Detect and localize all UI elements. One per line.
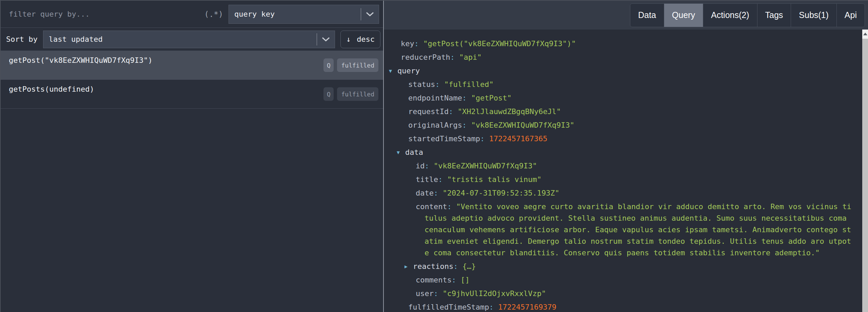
tree-colon: :	[489, 303, 493, 311]
tree-row-user: user: "c9jhvUlI2dOjxvRxxlVzp"	[384, 287, 852, 300]
tree-row-startedTimeStamp: startedTimeStamp: 1722457167365	[384, 132, 852, 146]
json-tree: key: "getPost("vk8EeZXWHIQuWD7fXq9I3")"r…	[384, 30, 862, 312]
tree-value: []	[460, 276, 470, 284]
query-badges: Qfulfilled	[323, 58, 378, 72]
tree-collapsed-summary: {…}	[462, 262, 476, 271]
tree-key: status	[408, 80, 435, 89]
detail-tab-group: DataQueryActions(2)TagsSubs(1)Api	[630, 3, 865, 27]
rtk-query-devtools: (.*) query key Sort by last updated ↓ de	[0, 0, 868, 312]
tree-colon: :	[414, 39, 419, 48]
tree-value: "2024-07-31T09:52:35.193Z"	[442, 189, 559, 197]
query-detail-view: key: "getPost("vk8EeZXWHIQuWD7fXq9I3")"r…	[384, 30, 868, 312]
tree-value: 1722457167365	[489, 134, 547, 143]
tree-key: originalArgs	[408, 121, 462, 129]
tree-key: key	[401, 39, 414, 48]
sort-by-label: Sort by	[6, 35, 38, 43]
tree-row-date: date: "2024-07-31T09:52:35.193Z"	[384, 186, 852, 200]
scroll-thumb[interactable]	[862, 39, 868, 312]
tree-key: user	[416, 289, 434, 298]
expand-arrow-icon[interactable]: ▶	[405, 260, 409, 273]
tree-row-originalArgs: originalArgs: "vk8EeZXWHIQuWD7fXq9I3"	[384, 118, 852, 132]
tree-colon: :	[462, 121, 467, 129]
tree-key: startedTimeStamp	[408, 134, 480, 143]
tree-colon: :	[435, 80, 439, 89]
tree-node-label: query	[397, 67, 420, 75]
sort-order-button[interactable]: ↓ desc	[340, 31, 380, 48]
query-type-badge: Q	[323, 87, 334, 101]
tree-value: "c9jhvUlI2dOjxvRxxlVzp"	[442, 289, 546, 298]
query-list-item[interactable]: getPost("vk8EeZXWHIQuWD7fXq9I3")Qfulfill…	[1, 51, 383, 80]
tab-api[interactable]: Api	[837, 4, 865, 27]
tree-row-title: title: "tristis talis vinum"	[384, 173, 852, 186]
tree-value: "vk8EeZXWHIQuWD7fXq9I3"	[434, 162, 537, 170]
query-list: getPost("vk8EeZXWHIQuWD7fXq9I3")Qfulfill…	[1, 51, 383, 312]
detail-tab-bar: DataQueryActions(2)TagsSubs(1)Api	[384, 1, 868, 30]
triangle-up-icon	[863, 33, 867, 35]
query-list-panel: (.*) query key Sort by last updated ↓ de	[1, 1, 383, 312]
tree-key: title	[416, 175, 438, 184]
filter-bar: (.*) query key	[1, 1, 383, 28]
tree-value: "getPost"	[471, 94, 511, 102]
tree-value: "Ventito voveo aegre curto avaritia blan…	[425, 202, 851, 257]
query-status-badge: fulfilled	[337, 58, 378, 72]
tree-key: endpointName	[408, 94, 462, 102]
tree-row-query: ▼query	[384, 64, 852, 78]
tree-colon: :	[447, 202, 452, 211]
sort-order-label: desc	[357, 35, 375, 43]
tree-row-comments: comments: []	[384, 273, 852, 287]
tree-row-reactions: ▶reactions: {…}	[384, 260, 852, 273]
tab-query[interactable]: Query	[664, 4, 703, 27]
sort-select[interactable]: last updated	[43, 31, 335, 48]
tree-key: comments	[416, 276, 452, 284]
filter-field-select[interactable]: query key	[229, 5, 379, 24]
tree-colon: :	[480, 134, 485, 143]
query-list-item[interactable]: getPosts(undefined)Qfulfilled	[1, 80, 383, 109]
tree-value: "XH2lJlauwdZBgqBNy6eJl"	[458, 107, 561, 116]
tree-value: "tristis talis vinum"	[447, 175, 541, 184]
filter-field-select-value: query key	[229, 10, 361, 18]
tree-row-content: content: "Ventito voveo aegre curto avar…	[384, 200, 852, 260]
tree-colon: :	[450, 53, 455, 61]
tab-subs1[interactable]: Subs(1)	[791, 4, 837, 27]
tree-value: "vk8EeZXWHIQuWD7fXq9I3"	[471, 121, 574, 129]
tree-colon: :	[434, 189, 438, 197]
sort-select-value: last updated	[43, 35, 317, 43]
query-detail-panel: DataQueryActions(2)TagsSubs(1)Api key: "…	[384, 1, 868, 312]
tab-tags[interactable]: Tags	[757, 4, 791, 27]
tree-colon: :	[438, 175, 442, 184]
tree-row-requestId: requestId: "XH2lJlauwdZBgqBNy6eJl"	[384, 105, 852, 118]
tree-row-data: ▼data	[384, 146, 852, 159]
tree-row-status: status: "fulfilled"	[384, 78, 852, 91]
tree-colon: :	[434, 289, 438, 298]
sort-bar: Sort by last updated ↓ desc	[1, 28, 383, 51]
tree-value: 1722457169379	[498, 303, 556, 311]
tab-data[interactable]: Data	[630, 4, 664, 27]
tree-key: reducerPath	[401, 53, 450, 61]
tree-key: requestId	[408, 107, 449, 116]
tree-node-label: data	[405, 148, 423, 157]
filter-query-input[interactable]	[8, 10, 199, 19]
tree-key: id	[416, 162, 425, 170]
tree-colon: :	[452, 276, 456, 284]
tree-key: date	[416, 189, 434, 197]
regex-toggle-button[interactable]: (.*)	[204, 10, 223, 19]
tree-value: "getPost("vk8EeZXWHIQuWD7fXq9I3")"	[423, 39, 576, 48]
tree-colon: :	[453, 262, 458, 271]
tree-value: "fulfilled"	[444, 80, 494, 89]
tree-colon: :	[425, 162, 429, 170]
query-key-label: getPost("vk8EeZXWHIQuWD7fXq9I3")	[9, 56, 378, 65]
tree-key: fulfilledTimeStamp	[408, 303, 489, 311]
collapse-arrow-icon[interactable]: ▼	[389, 64, 394, 78]
tree-colon: :	[462, 94, 467, 102]
tree-row-reducerPath: reducerPath: "api"	[384, 51, 852, 64]
tree-row-fulfilledTimeStamp: fulfilledTimeStamp: 1722457169379	[384, 300, 852, 312]
scrollbar[interactable]	[862, 30, 868, 312]
tree-key: content	[416, 202, 447, 211]
tab-actions2[interactable]: Actions(2)	[703, 4, 757, 27]
collapse-arrow-icon[interactable]: ▼	[397, 146, 401, 159]
chevron-down-icon	[361, 12, 379, 16]
tree-row-key: key: "getPost("vk8EeZXWHIQuWD7fXq9I3")"	[384, 37, 852, 51]
scroll-up-button[interactable]	[862, 30, 868, 38]
query-type-badge: Q	[323, 58, 334, 72]
query-status-badge: fulfilled	[337, 87, 378, 101]
